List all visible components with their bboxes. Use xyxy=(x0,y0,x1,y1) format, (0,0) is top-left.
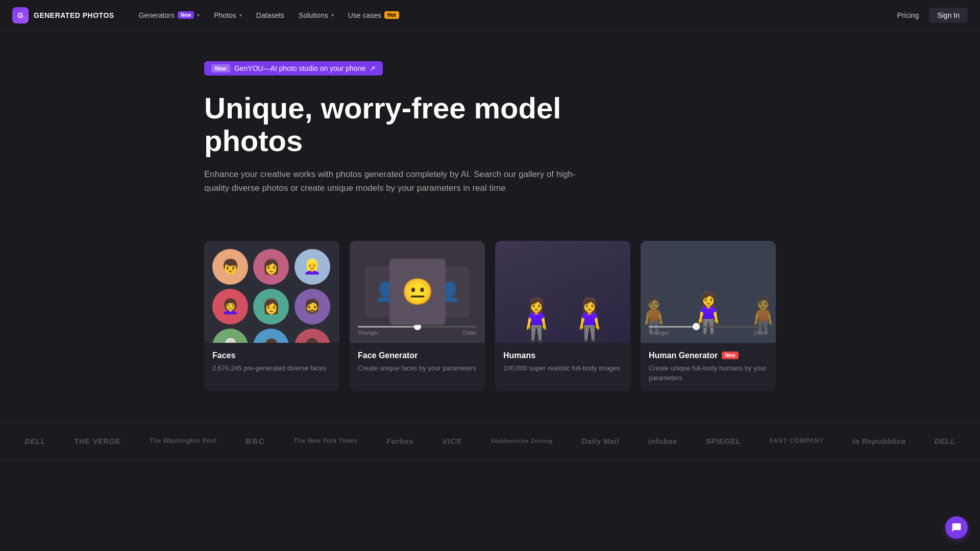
hero-badge[interactable]: New GenYOU—AI photo studio on your phone… xyxy=(204,61,383,76)
nav-usecases-label: Use cases xyxy=(348,11,381,19)
face-gen-main: 😐 xyxy=(389,259,446,325)
slider-label-older: Older xyxy=(754,330,768,336)
human-gen-title-text: Human Generator xyxy=(649,351,718,360)
avatar: 🧔 xyxy=(295,289,330,324)
slider-label-younger: Younger xyxy=(649,330,670,336)
hero-title: Unique, worry-free model photos xyxy=(204,92,587,157)
human-gen-card-image: 🧍 🧍‍♀️ 🧍 Younger Older xyxy=(641,241,776,343)
faces-card[interactable]: 👦 👩 👱‍♀️ 👩‍🦱 👩 🧔 👩‍🦳 👨 👩‍🦱 Faces 2,676,2… xyxy=(204,241,339,391)
slider-fill xyxy=(358,326,418,328)
media-logo-bbc: BBC xyxy=(235,437,276,445)
media-logo-infobae: infobae xyxy=(638,437,688,445)
face-gen-card-image: 👤 😐 👤 Younger Older xyxy=(350,241,485,343)
human-gen-new-badge: New xyxy=(722,352,739,359)
nav-photos-label: Photos xyxy=(214,11,236,19)
face-gen-visual: 👤 😐 👤 Younger Older xyxy=(350,241,485,343)
avatar: 👩‍🦱 xyxy=(295,329,330,343)
slider-label-younger: Younger xyxy=(358,330,379,336)
media-logo-wapo: The Washington Post xyxy=(139,437,227,444)
nav-datasets-label: Datasets xyxy=(256,11,284,19)
nav-generators-label: Generators xyxy=(139,11,175,19)
hero-badge-text: GenYOU—AI photo studio on your phone xyxy=(234,64,366,72)
media-logo-dell-2: DELL xyxy=(924,437,966,445)
pricing-link[interactable]: Pricing xyxy=(891,8,925,22)
slider-track xyxy=(649,326,768,328)
humans-visual: 🧍 🧍‍♀️ 🧍‍♀️ 🧍 xyxy=(495,241,630,343)
logo-text: GENERATED PHOTOS xyxy=(34,11,114,19)
hero-badge-new-label: New xyxy=(211,64,230,72)
nav-item-generators[interactable]: Generators New ▾ xyxy=(133,8,206,22)
hero-section: New GenYOU—AI photo studio on your phone… xyxy=(184,31,796,241)
avatar: 👩‍🦱 xyxy=(212,289,248,324)
avatar: 👩‍🦳 xyxy=(212,329,248,343)
signin-button[interactable]: Sign In xyxy=(929,8,968,23)
humans-card-desc: 100,000 super realistic full-body images xyxy=(503,363,622,373)
nav-links: Generators New ▾ Photos ▾ Datasets Solut… xyxy=(133,8,891,22)
media-logo-forbes: Forbes xyxy=(376,437,424,445)
media-logo-repubblica: la Repubblica xyxy=(842,437,916,445)
media-logos-bar: DELL THE VERGE The Washington Post BBC T… xyxy=(0,422,980,460)
humans-card-image: 🧍 🧍‍♀️ 🧍‍♀️ 🧍 xyxy=(495,241,630,343)
avatar: 👨 xyxy=(253,329,289,343)
avatar: 👱‍♀️ xyxy=(295,249,330,285)
faces-card-desc: 2,676,245 pre-generated diverse faces xyxy=(212,363,331,373)
human-gen-visual: 🧍 🧍‍♀️ 🧍 Younger Older xyxy=(641,241,776,343)
nav-solutions-label: Solutions xyxy=(299,11,328,19)
chat-support-button[interactable] xyxy=(945,516,968,539)
chevron-down-icon: ▾ xyxy=(197,12,200,18)
slider-label-older: Older xyxy=(463,330,477,336)
nav-usecases-badge: Hot xyxy=(384,11,399,19)
faces-avatar-grid: 👦 👩 👱‍♀️ 👩‍🦱 👩 🧔 👩‍🦳 👨 👩‍🦱 xyxy=(204,241,339,343)
human-age-slider[interactable]: Younger Older xyxy=(649,326,768,336)
humans-card-title: Humans xyxy=(503,351,622,360)
chevron-down-icon: ▾ xyxy=(239,12,242,18)
nav-item-photos[interactable]: Photos ▾ xyxy=(208,8,248,22)
media-logo-dailymail: Daily Mail xyxy=(571,437,629,445)
face-generator-card[interactable]: 👤 😐 👤 Younger Older Face Generator Creat xyxy=(350,241,485,391)
human-gen-card-info: Human Generator New Create unique full-b… xyxy=(641,343,776,391)
human-gen-card-desc: Create unique full-body humans by your p… xyxy=(649,363,768,383)
face-gen-card-desc: Create unique faces by your parameters xyxy=(358,363,477,373)
faces-card-title: Faces xyxy=(212,351,331,360)
face-gen-card-info: Face Generator Create unique faces by yo… xyxy=(350,343,485,382)
faces-card-image: 👦 👩 👱‍♀️ 👩‍🦱 👩 🧔 👩‍🦳 👨 👩‍🦱 xyxy=(204,241,339,343)
chevron-down-icon: ▾ xyxy=(331,12,334,18)
humans-card[interactable]: 🧍 🧍‍♀️ 🧍‍♀️ 🧍 Humans 100,000 super reali… xyxy=(495,241,630,391)
slider-labels: Younger Older xyxy=(358,330,477,336)
slider-labels: Younger Older xyxy=(649,330,768,336)
hero-subtitle: Enhance your creative works with photos … xyxy=(204,167,592,195)
media-logo-verge: THE VERGE xyxy=(64,437,131,445)
nav-generators-badge: New xyxy=(178,11,194,19)
age-slider[interactable]: Younger Older xyxy=(358,326,477,336)
human-figure-2: 🧍‍♀️ xyxy=(511,299,562,340)
media-logo-nyt: The New York Times xyxy=(284,437,368,444)
media-logo-dell-1: DELL xyxy=(14,437,56,445)
nav-item-datasets[interactable]: Datasets xyxy=(250,8,290,22)
human-gen-card-title: Human Generator New xyxy=(649,351,768,360)
media-logos-list: DELL THE VERGE The Washington Post BBC T… xyxy=(0,437,980,445)
media-logo-spiegel: SPIEGEL xyxy=(696,437,751,445)
face-gen-card-title: Face Generator xyxy=(358,351,477,360)
slider-fill xyxy=(649,326,696,328)
human-figure-1: 🧍 xyxy=(495,299,509,340)
logo-icon: G xyxy=(12,7,29,23)
navbar: G GENERATED PHOTOS Generators New ▾ Phot… xyxy=(0,0,980,31)
avatar: 👦 xyxy=(212,249,248,285)
human-generator-card[interactable]: 🧍 🧍‍♀️ 🧍 Younger Older Human Generato xyxy=(641,241,776,391)
avatar: 👩 xyxy=(253,249,289,285)
nav-item-solutions[interactable]: Solutions ▾ xyxy=(292,8,340,22)
faces-card-info: Faces 2,676,245 pre-generated diverse fa… xyxy=(204,343,339,382)
slider-track xyxy=(358,326,477,328)
nav-item-usecases[interactable]: Use cases Hot xyxy=(342,8,405,22)
slider-thumb[interactable] xyxy=(693,323,700,330)
product-cards-grid: 👦 👩 👱‍♀️ 👩‍🦱 👩 🧔 👩‍🦳 👨 👩‍🦱 Faces 2,676,2… xyxy=(184,241,796,391)
media-logo-suddeutsche: Süddeutsche Zeitung xyxy=(481,438,563,444)
external-link-icon: ↗ xyxy=(370,64,376,72)
media-logo-fastcompany: FAST COMPANY xyxy=(760,437,834,444)
avatar: 👩 xyxy=(253,289,289,324)
human-figure-4: 🧍 xyxy=(617,299,631,340)
media-logo-vice: VICE xyxy=(432,437,472,445)
nav-logo[interactable]: G GENERATED PHOTOS xyxy=(12,7,114,23)
human-figure-3: 🧍‍♀️ xyxy=(564,299,615,340)
humans-card-info: Humans 100,000 super realistic full-body… xyxy=(495,343,630,382)
